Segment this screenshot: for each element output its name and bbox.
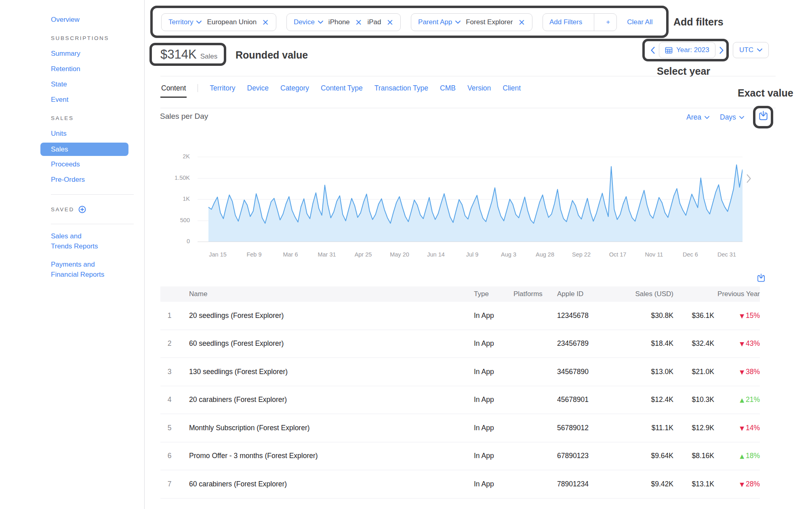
table-download-button[interactable] [756, 273, 766, 283]
divider [160, 108, 776, 108]
sidebar-item-state[interactable]: State [51, 77, 134, 92]
apple-id: 45678901 [557, 395, 632, 404]
sidebar-item-payments-financial-reports[interactable]: Payments and Financial Reports [51, 259, 107, 280]
parent-app-filter-label: Parent App [418, 18, 452, 26]
header-previous-year: Previous Year [673, 290, 760, 298]
product-name: 60 carabiners (Forest Explorer) [179, 480, 474, 488]
table-header: Name Type Platforms Apple ID Sales (USD)… [160, 286, 760, 302]
table-row[interactable]: 4 20 carabiners (Forest Explorer) In App… [160, 386, 760, 414]
product-name: 130 seedlings (Forest Explorer) [179, 368, 474, 376]
chart-type-dropdown[interactable]: Area [686, 113, 709, 122]
divider [160, 76, 776, 76]
previous-year-value: $10.3K [673, 395, 714, 404]
add-filter-plus-button[interactable]: + [600, 14, 616, 31]
y-axis-tick: 1.50K [163, 175, 190, 181]
sidebar-section-saved: SAVED [51, 206, 74, 212]
clear-all-button[interactable]: Clear All [627, 18, 652, 26]
product-type: In App [474, 480, 513, 488]
territory-filter-dropdown[interactable]: Territory [168, 18, 202, 26]
remove-territory-filter-icon[interactable]: × [262, 18, 269, 27]
sales-value: $11.1K [632, 424, 673, 432]
sidebar-item-sales-trends-reports[interactable]: Sales and Trends Reports [51, 231, 103, 251]
parent-app-filter-pill[interactable]: Parent App Forest Explorer × [411, 13, 532, 31]
parent-app-filter-dropdown[interactable]: Parent App [418, 18, 461, 26]
report-tabs: Content Territory Device Category Conten… [161, 79, 521, 97]
tab-transaction-type[interactable]: Transaction Type [374, 84, 428, 93]
change-percent: 14% [746, 424, 760, 432]
add-filters-button[interactable]: Add Filters [543, 14, 589, 31]
remove-parent-app-filter-icon[interactable]: × [518, 18, 525, 27]
x-axis-tick: Mar 31 [311, 251, 343, 258]
sales-total-value: $314K [160, 47, 197, 62]
table-row[interactable]: 7 60 carabiners (Forest Explorer) In App… [160, 470, 760, 498]
previous-year-button[interactable] [650, 46, 655, 54]
change-percent: 21% [746, 395, 760, 404]
header-sales-usd: Sales (USD) [632, 290, 673, 298]
table-row[interactable]: 5 Monthly Subscription (Forest Explorer)… [160, 414, 760, 442]
device-filter-label: Device [294, 18, 315, 26]
product-name: Monthly Subscription (Forest Explorer) [179, 424, 474, 432]
header-platforms: Platforms [513, 290, 557, 298]
change-arrow-icon [740, 369, 744, 375]
tab-device[interactable]: Device [247, 84, 269, 93]
change-arrow-icon [740, 453, 744, 459]
x-axis-tick: Dec 31 [711, 251, 743, 258]
tab-territory[interactable]: Territory [210, 84, 235, 93]
territory-filter-pill[interactable]: Territory European Union × [161, 13, 276, 31]
year-picker-button[interactable]: Year: 2023 [659, 42, 715, 58]
sidebar-item-retention[interactable]: Retention [51, 61, 134, 77]
table-row[interactable]: 1 20 seedlings (Forest Explorer) In App … [160, 302, 760, 330]
area-chart-plot[interactable] [198, 157, 743, 242]
sidebar-item-summary[interactable]: Summary [51, 46, 134, 61]
chart-scroll-right-button[interactable] [746, 174, 751, 183]
sidebar-item-units[interactable]: Units [51, 126, 134, 141]
row-number: 5 [160, 424, 179, 432]
chart-download-button[interactable] [758, 110, 769, 121]
apple-id: 34567890 [557, 368, 632, 376]
previous-year-value: $36.1K [673, 311, 714, 320]
device-filter-pill[interactable]: Device iPhone × iPad × [286, 13, 401, 31]
sidebar-item-overview[interactable]: Overview [51, 12, 134, 27]
change-badge: 15% [714, 311, 760, 320]
table-row[interactable]: 3 130 seedlings (Forest Explorer) In App… [160, 358, 760, 386]
product-name: 60 seedlings (Forest Explorer) [179, 339, 474, 348]
sidebar-section-sales: SALES [51, 111, 134, 126]
x-axis-tick: Jun 14 [420, 251, 452, 258]
tab-category[interactable]: Category [280, 84, 309, 93]
apple-id: 23456789 [557, 339, 632, 348]
remove-iphone-filter-icon[interactable]: × [355, 18, 362, 27]
sidebar-item-proceeds[interactable]: Proceeds [51, 157, 134, 172]
next-year-button[interactable] [719, 46, 724, 54]
remove-ipad-filter-icon[interactable]: × [386, 18, 393, 27]
tab-content[interactable]: Content [161, 84, 186, 93]
chart-granularity-dropdown[interactable]: Days [720, 113, 744, 122]
change-badge: 28% [714, 480, 760, 488]
change-badge: 43% [714, 339, 760, 348]
add-filters-button-group: Add Filters + [543, 13, 617, 31]
tab-content-type[interactable]: Content Type [321, 84, 363, 93]
tab-cmb[interactable]: CMB [440, 84, 456, 93]
sidebar-item-sales-selected[interactable]: Sales [40, 143, 128, 156]
x-axis-tick: Aug 28 [529, 251, 561, 258]
sidebar-item-event[interactable]: Event [51, 92, 134, 107]
chevron-down-icon [739, 116, 744, 119]
chevron-left-icon [650, 46, 655, 54]
table-row[interactable]: 6 Promo Offer - 3 months (Forest Explore… [160, 442, 760, 471]
table-row[interactable]: 2 60 seedlings (Forest Explorer) In App … [160, 330, 760, 358]
sidebar-divider [51, 194, 134, 195]
row-number: 7 [160, 480, 179, 488]
change-percent: 43% [746, 339, 760, 347]
y-axis-tick: 0 [163, 238, 190, 244]
timezone-dropdown[interactable]: UTC [733, 42, 769, 58]
row-number: 1 [160, 311, 179, 320]
previous-year-value: $12.9K [673, 424, 714, 432]
plus-circle-icon [78, 206, 86, 213]
download-icon [758, 110, 769, 121]
tab-client[interactable]: Client [503, 84, 521, 93]
tab-version[interactable]: Version [467, 84, 491, 93]
device-filter-value-iphone: iPhone [328, 18, 350, 26]
year-selector: Year: 2023 [650, 42, 724, 58]
add-saved-button[interactable] [78, 206, 86, 213]
device-filter-dropdown[interactable]: Device [294, 18, 323, 26]
sidebar-item-preorders[interactable]: Pre-Orders [51, 172, 134, 187]
